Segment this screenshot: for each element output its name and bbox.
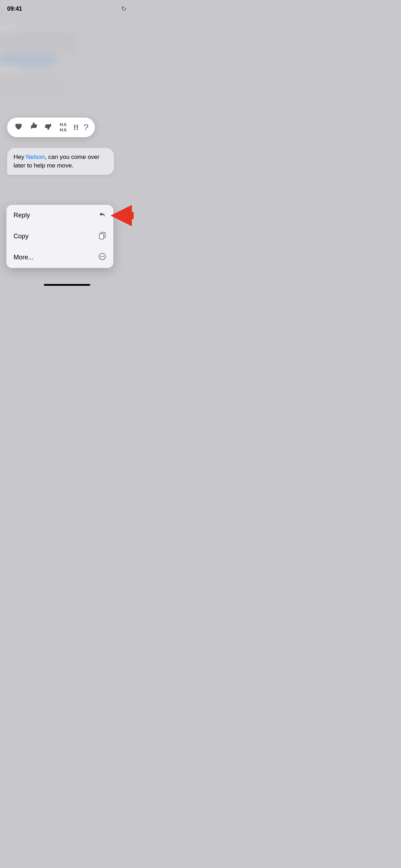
reaction-question[interactable]: ? bbox=[84, 123, 88, 133]
message-bubble-container: Hey Nelson, can you come over later to h… bbox=[7, 148, 114, 175]
svg-rect-1 bbox=[99, 234, 104, 239]
arrow-head bbox=[110, 205, 132, 226]
status-bar: 09:41 ↻ bbox=[0, 0, 134, 16]
more-icon bbox=[98, 253, 106, 262]
reactions-container: HA HA !! ? bbox=[7, 118, 95, 137]
svg-point-4 bbox=[102, 256, 103, 257]
reaction-thumbsdown[interactable] bbox=[43, 121, 53, 134]
arrow-body bbox=[131, 212, 134, 219]
message-mention: Nelson bbox=[26, 154, 45, 160]
reaction-haha[interactable]: HA HA bbox=[58, 122, 68, 133]
copy-label: Copy bbox=[14, 233, 29, 240]
reactions-bar: HA HA !! ? bbox=[7, 118, 95, 137]
menu-item-reply[interactable]: Reply bbox=[6, 205, 113, 226]
reply-label: Reply bbox=[14, 212, 30, 219]
copy-icon bbox=[98, 232, 106, 241]
svg-point-3 bbox=[101, 256, 102, 257]
context-menu: Reply Copy More... bbox=[6, 205, 113, 268]
reaction-thumbsup[interactable] bbox=[29, 121, 38, 134]
haha-text: HA HA bbox=[60, 122, 67, 133]
refresh-icon: ↻ bbox=[121, 5, 127, 13]
reply-icon bbox=[98, 211, 106, 220]
message-text: Hey Nelson, can you come over later to h… bbox=[14, 153, 108, 170]
menu-item-more[interactable]: More... bbox=[6, 247, 113, 268]
emphasis-text: !! bbox=[73, 123, 79, 132]
status-time: 09:41 bbox=[7, 5, 22, 12]
question-text: ? bbox=[84, 123, 88, 132]
arrow-annotation bbox=[110, 205, 134, 226]
message-bubble: Hey Nelson, can you come over later to h… bbox=[7, 148, 114, 175]
more-label: More... bbox=[14, 254, 34, 261]
reaction-heart[interactable] bbox=[14, 121, 24, 134]
status-icons: ↻ bbox=[121, 5, 127, 13]
message-prefix: Hey bbox=[14, 154, 26, 160]
menu-item-copy[interactable]: Copy bbox=[6, 226, 113, 247]
home-indicator bbox=[44, 284, 90, 286]
reaction-emphasis[interactable]: !! bbox=[73, 123, 79, 132]
svg-point-5 bbox=[103, 256, 104, 257]
